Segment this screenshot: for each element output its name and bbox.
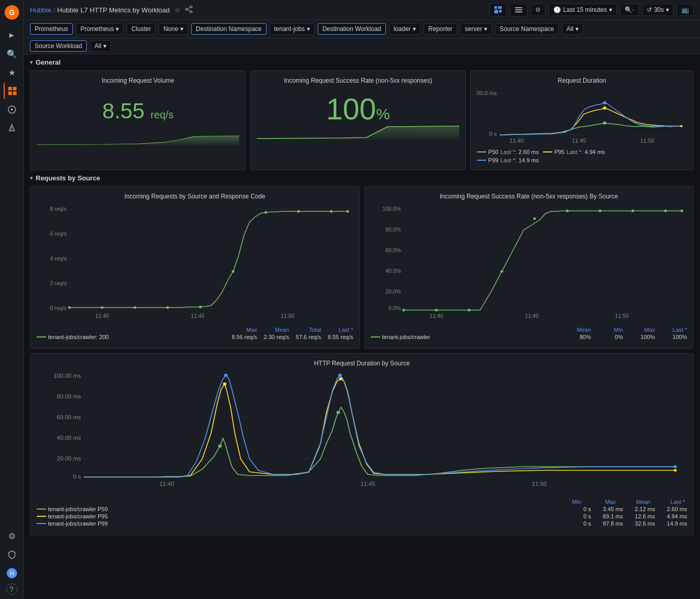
source-workload-filter[interactable]: Source Workload [30,40,87,52]
svg-rect-18 [498,6,502,9]
success-rate-source-panel: Incoming Request Success Rate (non-5xx r… [364,186,694,349]
svg-text:40.0%: 40.0% [385,268,401,274]
svg-point-108 [674,466,677,468]
duration-legend2: P99 Last *: 14.9 ms [477,157,687,163]
svg-point-84 [680,210,683,212]
svg-text:11:40: 11:40 [96,313,110,319]
svg-point-75 [402,309,405,312]
svg-text:11:45: 11:45 [361,481,376,487]
svg-text:0 s: 0 s [489,131,497,136]
svg-rect-21 [515,7,522,8]
zoom-out-button[interactable]: 🔍- [620,4,639,16]
svg-text:11:45: 11:45 [191,313,205,319]
svg-point-56 [265,211,267,214]
duration-p95-row: tenant-jobs/crawler P95 0 s 89.1 ms 12.6… [37,513,687,519]
svg-point-9 [11,129,12,130]
settings-icon[interactable]: ⚙ [4,528,20,544]
help-icon[interactable]: ? [6,583,18,595]
view-toggle-button[interactable] [510,3,527,17]
svg-rect-5 [13,91,17,95]
svg-point-100 [218,444,222,448]
svg-point-83 [664,210,666,212]
svg-text:60.00 ms: 60.00 ms [57,414,81,420]
svg-text:H: H [10,570,14,576]
reporter-value: server [465,25,482,33]
request-volume-panel: Incoming Request Volume 8.55 req/s [30,70,246,170]
svg-text:20.0%: 20.0% [385,289,401,295]
cluster-label: Cluster [131,25,151,33]
sidebar: G ▶ 🔍 ★ ⚙ H ? [0,0,24,599]
sidebar-toggle[interactable]: ▶ [4,27,20,43]
source-namespace-dropdown[interactable]: All ▾ [562,23,583,35]
time-range-selector[interactable]: 🕐 Last 15 minutes ▾ [549,4,617,16]
p99-last: 14.9 ms [519,157,539,163]
dest-workload-dropdown[interactable]: loader ▾ [389,23,421,35]
cluster-dropdown[interactable]: None ▾ [159,23,188,35]
top-bar: Hubble / Hubble L7 HTTP Metrics by Workl… [24,0,700,20]
user-icon[interactable]: H [4,565,20,581]
svg-text:100.00 ms: 100.00 ms [53,373,81,379]
svg-text:4 req/s: 4 req/s [50,256,67,262]
reporter-label: Reporter [428,25,453,33]
breadcrumb-home[interactable]: Hubble [30,6,51,14]
svg-rect-4 [8,91,12,95]
http-duration-panel: HTTP Request Duration by Source 100.00 m… [30,353,694,535]
refresh-selector[interactable]: ↺ 30s ▾ [642,4,674,16]
svg-point-77 [468,309,470,312]
settings-button[interactable]: ⚙ [531,4,546,16]
general-section-title: General [36,58,60,66]
svg-text:11:50: 11:50 [281,313,295,319]
requests-source-legend-row: tenant-jobs/crawler: 200 8.56 req/s 2.30… [37,334,353,340]
alerts-icon[interactable] [4,120,20,136]
svg-rect-19 [494,10,498,13]
requests-by-source-section-header[interactable]: ▾ Requests by Source [30,174,694,182]
dest-namespace-filter[interactable]: Destination Namespace [191,23,266,35]
prometheus-label: Prometheus [35,25,68,33]
svg-text:40.00 ms: 40.00 ms [57,435,81,441]
svg-text:11:50: 11:50 [532,481,547,487]
explore-icon[interactable] [4,101,20,118]
shield-icon[interactable] [4,546,20,563]
svg-point-105 [338,374,342,377]
svg-point-32 [603,121,606,125]
svg-text:11:40: 11:40 [509,137,524,143]
reporter-dropdown[interactable]: server ▾ [460,23,492,35]
p99-label: P99 [488,157,499,163]
cluster-filter[interactable]: Cluster [127,23,155,35]
reporter-filter[interactable]: Reporter [424,23,457,35]
svg-text:0 req/s: 0 req/s [50,305,67,311]
svg-point-51 [101,306,103,309]
svg-point-57 [297,210,300,213]
source-namespace-filter[interactable]: Source Namespace [495,23,558,35]
prometheus-filter[interactable]: Prometheus [30,23,73,35]
svg-text:8 req/s: 8 req/s [50,206,67,212]
source-namespace-value: All [567,25,573,33]
svg-text:100.0%: 100.0% [382,206,401,212]
dest-workload-filter[interactable]: Destination Workload [318,23,386,35]
share-icon[interactable] [185,5,193,15]
svg-point-36 [680,125,682,127]
starred-icon[interactable]: ★ [4,64,20,81]
filters-bar: Prometheus Prometheus ▾ Cluster None ▾ D… [24,20,700,38]
svg-point-52 [133,306,136,309]
requests-by-source-row1: Incoming Requests by Source and Response… [30,186,694,349]
request-duration-panel: Request Duration 100.0 ms 0 s 11:40 11:4… [470,70,694,170]
general-chevron: ▾ [30,59,33,65]
general-section-header[interactable]: ▾ General [30,58,694,66]
prometheus-dropdown[interactable]: Prometheus ▾ [76,23,124,35]
source-workload-dropdown[interactable]: All ▾ [90,40,111,52]
search-icon[interactable]: 🔍 [4,45,20,62]
tv-button[interactable]: 📺 [677,4,694,16]
source-workload-value: All [95,42,101,50]
svg-text:80.0%: 80.0% [385,227,401,233]
add-panel-button[interactable] [489,3,507,17]
dashboards-icon[interactable] [4,83,20,99]
svg-point-80 [566,210,568,212]
favorite-icon[interactable]: ☆ [174,6,181,14]
svg-text:11:40: 11:40 [159,481,174,487]
app-logo[interactable]: G [4,4,20,21]
svg-point-104 [224,374,228,377]
request-success-title: Incoming Request Success Rate (non-5xx r… [257,77,459,84]
dest-namespace-dropdown[interactable]: tenant-jobs ▾ [270,23,315,35]
request-volume-title: Incoming Request Volume [37,77,239,84]
